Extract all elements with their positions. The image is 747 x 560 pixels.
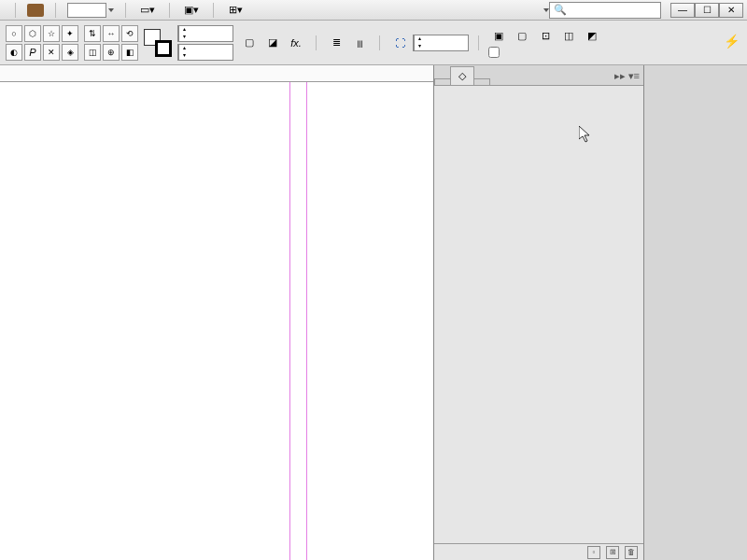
title-bar: ▭▾ ▣▾ ⊞▾ 🔍 — ☐ ✕ (0, 0, 747, 21)
sunburst-artwork[interactable] (0, 65, 411, 560)
guide-vertical[interactable] (289, 82, 290, 560)
document-canvas[interactable] (0, 65, 434, 560)
drop-shadow-icon[interactable]: ◪ (262, 35, 283, 51)
bridge-button[interactable] (27, 4, 44, 17)
screen-mode-icon[interactable]: ▣▾ (181, 2, 202, 19)
fill-proportional-icon[interactable]: ◩ (582, 28, 602, 45)
search-icon: 🔍 (554, 4, 567, 16)
fill-stroke-swatches[interactable] (144, 29, 172, 57)
size-input[interactable]: ▴▾ (413, 35, 469, 51)
delete-layer-icon[interactable]: 🗑 (625, 546, 638, 559)
stroke-swatch[interactable] (155, 40, 172, 57)
lightning-icon[interactable]: ⚡ (724, 34, 740, 49)
new-sublayer-icon[interactable]: ▫ (587, 546, 600, 559)
close-button[interactable]: ✕ (719, 3, 743, 18)
opacity-input[interactable]: ▴▾ (177, 44, 233, 61)
transform-tools[interactable]: ⇅↔⟲ ◫⊕◧ (84, 25, 138, 61)
fit-proportional-icon[interactable]: ◫ (558, 28, 579, 45)
center-content-icon[interactable]: ⊡ (535, 28, 556, 45)
maximize-button[interactable]: ☐ (695, 3, 719, 18)
panel-collapse-icon[interactable]: ▸▸ ▾≡ (611, 67, 643, 85)
zoom-control[interactable] (67, 3, 114, 18)
fit-frame-icon[interactable]: ▢ (512, 28, 532, 45)
panel-dock (644, 65, 747, 560)
workspace-switcher[interactable] (540, 8, 549, 12)
chevron-down-icon[interactable] (108, 8, 114, 12)
tab-layers[interactable]: ◇ (450, 66, 474, 85)
new-layer-icon[interactable]: ⊞ (606, 546, 619, 559)
fit-content-icon[interactable]: ▣ (488, 28, 509, 45)
layers-panel-footer: ▫ ⊞ 🗑 (434, 543, 643, 560)
arrange-icon[interactable]: ⊞▾ (225, 2, 246, 19)
zoom-input[interactable] (67, 3, 106, 18)
layers-panel: ◇ ▸▸ ▾≡ ▫ ⊞ 🗑 (434, 65, 644, 560)
control-bar: ○⬡☆✦ ◐P✕◈ ⇅↔⟲ ◫⊕◧ ▴▾ ▴▾ ▢ ◪ fx. ≣ ⫼ ⛶ ▴▾… (0, 21, 747, 65)
crop-icon[interactable]: ⛶ (389, 35, 410, 51)
tab-links[interactable] (473, 78, 490, 85)
minimize-button[interactable]: — (670, 3, 695, 18)
fx-icon[interactable]: fx. (286, 35, 306, 51)
auto-fit-checkbox[interactable] (488, 47, 602, 58)
stroke-weight-input[interactable]: ▴▾ (177, 25, 233, 42)
shape-tools[interactable]: ○⬡☆✦ ◐P✕◈ (6, 25, 78, 61)
layer-list[interactable] (434, 86, 643, 543)
guide-vertical[interactable] (306, 82, 307, 560)
tab-pages[interactable] (434, 78, 451, 85)
columns-icon[interactable]: ⫼ (349, 35, 370, 51)
text-wrap-icon[interactable]: ≣ (326, 35, 346, 51)
view-options-icon[interactable]: ▭▾ (137, 2, 158, 19)
effects-icon[interactable]: ▢ (239, 35, 260, 51)
search-field[interactable]: 🔍 (549, 2, 661, 19)
